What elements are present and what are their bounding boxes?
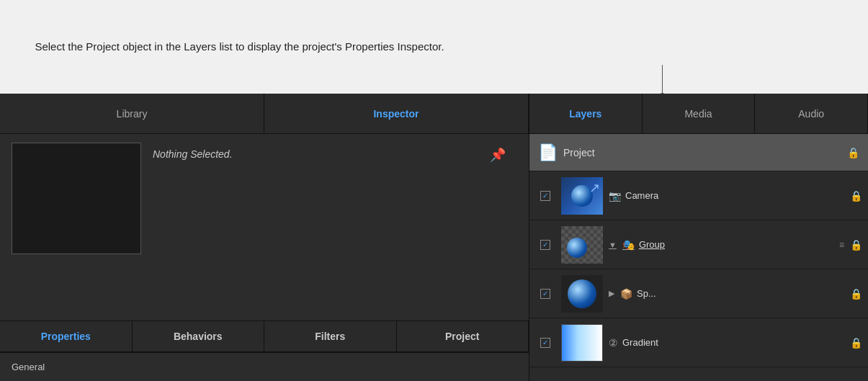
project-lock-icon: 🔒 [847, 147, 859, 158]
camera-checkbox-area[interactable] [535, 191, 555, 201]
group-thumb-image [561, 226, 603, 264]
layer-row-gradient[interactable]: ② Gradient 🔒 [529, 318, 868, 367]
tab-filters[interactable]: Filters [264, 321, 397, 351]
tab-media[interactable]: Media [643, 94, 756, 133]
preview-row: Nothing Selected. 📌 [0, 134, 529, 321]
group-checkbox-area[interactable] [535, 240, 555, 250]
gradient-type-icon: ② [609, 337, 618, 349]
gradient-checkbox[interactable] [540, 338, 550, 348]
nothing-selected-area: Nothing Selected. 📌 [141, 143, 517, 161]
camera-lock-icon: 🔒 [850, 190, 862, 202]
tab-audio[interactable]: Audio [755, 94, 868, 133]
layer-row-camera[interactable]: 📷 Camera 🔒 [529, 171, 868, 220]
gradient-checkbox-area[interactable] [535, 338, 555, 348]
project-layer-name: Project [563, 147, 844, 158]
tab-library[interactable]: Library [0, 94, 264, 133]
group-expand-arrow[interactable]: ▼ [609, 241, 617, 249]
group-stack-icon: ≡ [839, 240, 844, 250]
left-panel: Nothing Selected. 📌 Properties Behaviors… [0, 134, 529, 381]
tab-bar: Library Inspector Layers Media Audio [0, 94, 868, 134]
group-checkbox[interactable] [540, 240, 550, 250]
tab-behaviors[interactable]: Behaviors [133, 321, 265, 351]
gradient-layer-name: ② Gradient [609, 337, 847, 349]
sphere-expand-arrow[interactable]: ▶ [609, 289, 614, 298]
tooltip-line [662, 65, 663, 97]
sphere-thumbnail [561, 275, 603, 313]
group-thumbnail [561, 226, 603, 264]
camera-checkbox[interactable] [540, 191, 550, 201]
layers-panel: 📄 Project 🔒 📷 Camera 🔒 [529, 134, 868, 381]
right-tab-group: Layers Media Audio [529, 94, 868, 133]
layer-row-sphere[interactable]: ▶ 📦 Sp... 🔒 [529, 269, 868, 318]
camera-layer-name: 📷 Camera [609, 190, 847, 202]
sphere-checkbox-area[interactable] [535, 289, 555, 299]
left-tab-group: Library Inspector [0, 94, 529, 133]
project-file-icon: 📄 [538, 143, 558, 162]
sphere-layer-name: ▶ 📦 Sp... [609, 288, 847, 300]
camera-type-icon: 📷 [609, 190, 621, 202]
sphere-type-icon: 📦 [620, 288, 632, 300]
sphere-checkbox[interactable] [540, 289, 550, 299]
group-lock-icon: 🔒 [850, 239, 862, 251]
tooltip-text: Select the Project object in the Layers … [35, 39, 444, 55]
preview-box [12, 143, 141, 254]
layer-row-group[interactable]: ▼ 🎭 Group ≡ 🔒 [529, 220, 868, 269]
gradient-thumb-image [561, 324, 603, 362]
tab-project[interactable]: Project [397, 321, 529, 351]
bottom-tabs: Properties Behaviors Filters Project [0, 321, 529, 352]
main-ui: Library Inspector Layers Media Audio [0, 94, 868, 381]
layer-row-project[interactable]: 📄 Project 🔒 [529, 134, 868, 171]
camera-thumbnail [561, 177, 603, 215]
tab-inspector[interactable]: Inspector [264, 94, 529, 133]
general-section-header: General [0, 352, 529, 381]
tab-properties[interactable]: Properties [0, 321, 133, 351]
sphere-thumb-image [561, 275, 603, 313]
nothing-selected-text: Nothing Selected. [153, 148, 233, 160]
camera-thumb-image [561, 177, 603, 215]
content-area: Nothing Selected. 📌 Properties Behaviors… [0, 134, 868, 381]
gradient-thumbnail [561, 324, 603, 362]
tab-layers[interactable]: Layers [529, 94, 643, 133]
tooltip-area: Select the Project object in the Layers … [0, 0, 868, 94]
pin-icon: 📌 [490, 148, 506, 161]
gradient-lock-icon: 🔒 [850, 337, 862, 349]
sphere-lock-icon: 🔒 [850, 288, 862, 300]
group-type-icon: 🎭 [622, 239, 635, 251]
group-layer-name: ▼ 🎭 Group [609, 239, 839, 251]
